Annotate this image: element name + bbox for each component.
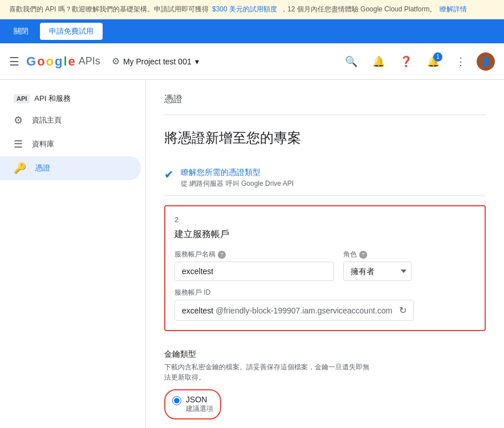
api-badge: API: [14, 94, 30, 103]
p12-radio-item[interactable]: P12 能與使用 P12 格式的程式碼向下相容: [164, 425, 486, 428]
more-options-button[interactable]: ⋮: [449, 50, 472, 73]
main-content: 憑證 將憑證新增至您的專案 ✔ 瞭解您所需的憑證類型 從 網路伺服器 呼叫 Go…: [146, 80, 504, 428]
updates-badge: 1: [433, 52, 442, 62]
json-radio-label-group: JSON 建議選項: [186, 395, 213, 414]
sidebar-item-label: 資料庫: [32, 139, 54, 149]
trial-button[interactable]: 申請免費試用: [40, 23, 103, 40]
header-left: ☰ G o o g l e APIs ⚙ My Project test 001…: [9, 54, 340, 69]
sidebar-header: API API 和服務: [0, 89, 145, 108]
banner-text2: ，12 個月內任您盡情體驗 Google Cloud Platform。: [281, 5, 436, 14]
action-bar: 關閉 申請免費試用: [0, 19, 504, 43]
updates-button[interactable]: 🔔 1: [422, 50, 445, 73]
notification-button[interactable]: 🔔: [367, 50, 390, 73]
role-group: 角色 ? 擁有者 編輯者 檢視者: [343, 250, 412, 281]
service-id-domain: @friendly-block-199907.iam.gserviceaccou…: [216, 306, 395, 315]
step2-title: 建立服務帳戶: [174, 229, 475, 241]
avatar[interactable]: 👤: [477, 52, 495, 71]
page-title: 將憑證新增至您的專案: [164, 129, 486, 147]
help-button[interactable]: ❓: [395, 50, 417, 73]
step1-link[interactable]: 瞭解您所需的憑證類型: [181, 168, 261, 177]
header: ☰ G o o g l e APIs ⚙ My Project test 001…: [0, 43, 504, 80]
form-row-service: 服務帳戶名稱 ? 角色 ? 擁有者 編輯者 檢視者: [174, 250, 475, 281]
service-id-row: 服務帳戶 ID exceltest @friendly-block-199907…: [174, 288, 475, 321]
breadcrumb: 憑證: [164, 93, 486, 115]
service-id-prefix: exceltest: [182, 306, 213, 315]
service-name-group: 服務帳戶名稱 ?: [174, 250, 334, 281]
header-right: 🔍 🔔 ❓ 🔔 1 ⋮ 👤: [340, 50, 495, 73]
top-banner: 喜歡我們的 API 嗎？歡迎瞭解我們的基礎架構。申請試用即可獲得 $300 美元…: [0, 0, 504, 19]
logo-o2: o: [46, 54, 54, 69]
service-name-label: 服務帳戶名稱 ?: [174, 250, 334, 259]
service-id-label: 服務帳戶 ID: [174, 288, 475, 297]
refresh-icon[interactable]: ↻: [399, 305, 407, 316]
key-type-desc: 下載內含私密金鑰的檔案。請妥善保存這個檔案，金鑰一旦遺失即無法更新取得。: [164, 362, 369, 382]
chevron-down-icon: ▾: [195, 57, 199, 66]
dashboard-icon: ⚙: [14, 114, 23, 127]
step1-completed: ✔ 瞭解您所需的憑證類型 從 網路伺服器 呼叫 Google Drive API: [164, 161, 486, 196]
logo-o1: o: [37, 54, 44, 69]
help-icon: ?: [218, 251, 226, 259]
sidebar-item-library[interactable]: ☰ 資料庫: [0, 132, 141, 156]
hamburger-icon[interactable]: ☰: [9, 55, 19, 68]
step2-number: 2: [174, 215, 475, 224]
banner-text: 喜歡我們的 API 嗎？歡迎瞭解我們的基礎架構。申請試用即可獲得: [9, 5, 209, 14]
radio-group: JSON 建議選項 P12 能與使用 P12 格式的程式碼向下相容: [164, 389, 486, 428]
role-select[interactable]: 擁有者 編輯者 檢視者: [343, 262, 412, 281]
project-selector[interactable]: ⚙ My Project test 001 ▾: [107, 54, 204, 69]
sidebar: API API 和服務 ⚙ 資訊主頁 ☰ 資料庫 🔑 憑證: [0, 80, 146, 428]
json-radio-item[interactable]: JSON 建議選項: [172, 393, 213, 416]
google-apis-logo: G o o g l e APIs: [26, 54, 100, 69]
logo-g: G: [26, 54, 36, 69]
close-button[interactable]: 關閉: [9, 24, 33, 39]
sidebar-item-credentials[interactable]: 🔑 憑證: [0, 156, 141, 180]
step1-content: 瞭解您所需的憑證類型 從 網路伺服器 呼叫 Google Drive API: [181, 168, 294, 189]
search-button[interactable]: 🔍: [340, 50, 363, 73]
project-icon: ⚙: [112, 56, 120, 67]
project-name: My Project test 001: [123, 57, 192, 66]
check-icon: ✔: [164, 168, 174, 181]
banner-highlight: $300 美元的試用額度: [212, 5, 277, 14]
json-radio-input[interactable]: [172, 396, 181, 405]
key-type-title: 金鑰類型: [164, 349, 486, 360]
logo-e: e: [68, 54, 75, 69]
step1-label[interactable]: 瞭解您所需的憑證類型: [181, 168, 294, 178]
sidebar-title: API 和服務: [34, 93, 71, 104]
key-type-section: 金鑰類型 下載內含私密金鑰的檔案。請妥善保存這個檔案，金鑰一旦遺失即無法更新取得…: [164, 340, 486, 428]
json-radio-sublabel: 建議選項: [186, 404, 213, 414]
apis-text: APIs: [79, 55, 100, 67]
service-id-field: exceltest @friendly-block-199907.iam.gse…: [174, 300, 414, 321]
credentials-icon: 🔑: [14, 162, 26, 174]
library-icon: ☰: [14, 138, 23, 150]
step1-sub: 從 網路伺服器 呼叫 Google Drive API: [181, 179, 294, 189]
page-layout: API API 和服務 ⚙ 資訊主頁 ☰ 資料庫 🔑 憑證 憑證 將憑證新增至您…: [0, 80, 504, 428]
role-label: 角色 ?: [343, 250, 412, 259]
service-name-input[interactable]: [174, 262, 334, 281]
sidebar-item-label: 憑證: [35, 163, 50, 173]
logo-g2: g: [55, 54, 62, 69]
json-option-box: JSON 建議選項: [164, 389, 221, 419]
sidebar-item-label: 資訊主頁: [32, 115, 62, 125]
sidebar-item-dashboard[interactable]: ⚙ 資訊主頁: [0, 108, 141, 132]
banner-link[interactable]: 瞭解詳情: [440, 5, 467, 14]
role-help-icon: ?: [359, 251, 367, 259]
json-radio-label: JSON: [186, 395, 213, 404]
logo-l: l: [63, 54, 67, 69]
step2-card: 2 建立服務帳戶 服務帳戶名稱 ? 角色 ? 擁有者: [164, 205, 486, 331]
